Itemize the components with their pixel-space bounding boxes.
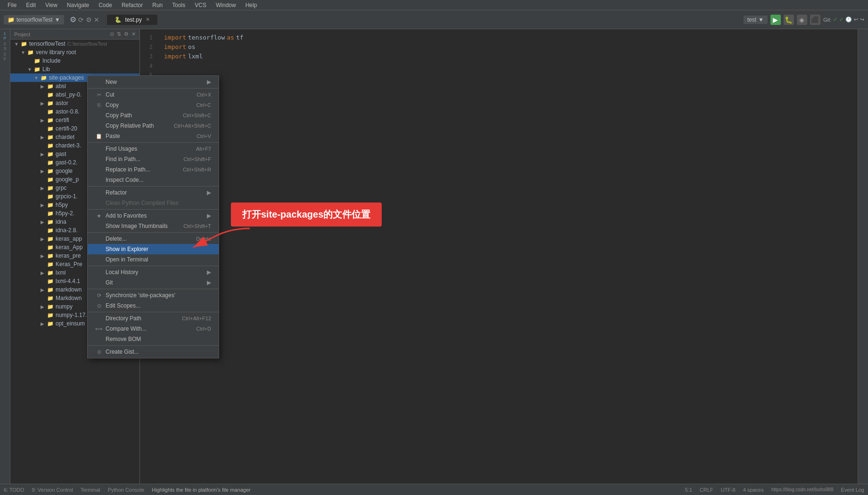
tree-venv[interactable]: ▼ 📁 venv library root: [10, 48, 139, 57]
run-controls: test ▼ ▶ 🐛 ◈ ⬛ Git: ✓ ✓ 🕐 ↩ ↪: [744, 15, 864, 25]
code-line-3: import lxml: [164, 52, 850, 61]
menu-run[interactable]: Run: [148, 1, 166, 9]
editor-tab-testpy[interactable]: 🐍 test.py ✕: [107, 15, 157, 25]
include-label: Include: [42, 57, 61, 64]
submenu-arrow-new: ▶: [207, 79, 211, 85]
ctx-copy-path[interactable]: Copy Path Ctrl+Shift+C: [88, 110, 219, 121]
code-line-5: [164, 71, 850, 80]
tree-include[interactable]: 📁 Include: [10, 57, 139, 65]
menu-navigate[interactable]: Navigate: [63, 1, 93, 9]
tab-close[interactable]: ✕: [146, 16, 150, 23]
run-button[interactable]: ▶: [770, 15, 781, 25]
ctx-cut[interactable]: ✂ Cut Ctrl+X: [88, 89, 219, 100]
python-console-label[interactable]: Python Console: [108, 487, 145, 493]
ctx-paste[interactable]: 📋 Paste Ctrl+V: [88, 131, 219, 141]
tree-lib[interactable]: ▼ 📁 Lib: [10, 65, 139, 73]
menu-view[interactable]: View: [41, 1, 61, 9]
tab-bar: 🐍 test.py ✕: [107, 15, 157, 25]
dir-shortcut: Ctrl+Alt+F12: [182, 316, 211, 321]
git-label: Git:: [823, 17, 831, 23]
tab-filename: test.py: [125, 16, 142, 23]
panel-close-icon[interactable]: ✕: [131, 31, 136, 37]
panel-settings-icon[interactable]: ⚙: [124, 31, 129, 37]
menu-vcs[interactable]: VCS: [191, 1, 210, 9]
run-config[interactable]: test ▼: [744, 16, 768, 24]
ctx-delete[interactable]: Delete... Delete: [88, 234, 219, 244]
ctx-gist-label: Create Gist...: [106, 349, 139, 355]
folder-icon: 📁: [8, 16, 15, 23]
git-redo-icon[interactable]: ↪: [860, 16, 864, 23]
separator-1: [88, 88, 219, 89]
ctx-remove-bom[interactable]: Remove BOM: [88, 334, 219, 344]
project-label: tensorflowTest: [16, 16, 53, 23]
terminal-label[interactable]: Terminal: [81, 487, 100, 493]
ctx-local-history[interactable]: Local History ▶: [88, 267, 219, 277]
coverage-button[interactable]: ◈: [797, 15, 807, 25]
paste-icon: 📋: [95, 133, 103, 139]
stop-button[interactable]: ⬛: [810, 15, 820, 25]
ctx-favorites-label: Add to Favorites: [106, 212, 147, 219]
menu-refactor[interactable]: Refactor: [118, 1, 147, 9]
menu-file[interactable]: File: [4, 1, 20, 9]
favorites-icon: ★: [95, 213, 103, 219]
ctx-inspect[interactable]: Inspect Code...: [88, 175, 219, 185]
ctx-new[interactable]: New ▶: [88, 77, 219, 87]
menu-edit[interactable]: Edit: [22, 1, 40, 9]
menu-code[interactable]: Code: [95, 1, 116, 9]
locate-icon[interactable]: ⊙: [110, 31, 114, 37]
git-history-icon[interactable]: 🕐: [845, 16, 852, 23]
ctx-add-favorites[interactable]: ★ Add to Favorites ▶: [88, 211, 219, 221]
ctx-git[interactable]: Git ▶: [88, 277, 219, 288]
git-undo-icon[interactable]: ↩: [854, 16, 858, 23]
ctx-show-thumbnails[interactable]: Show Image Thumbnails Ctrl+Shift+T: [88, 221, 219, 231]
ctx-show-explorer[interactable]: Show in Explorer: [88, 244, 219, 254]
ctx-compare-label: Compare With...: [106, 325, 147, 332]
ctx-open-terminal[interactable]: Open in Terminal: [88, 254, 219, 265]
ctx-copy-rel-label: Copy Relative Path: [106, 122, 154, 129]
menu-tools[interactable]: Tools: [168, 1, 189, 9]
expand-icon[interactable]: ⇅: [117, 31, 121, 37]
tree-root[interactable]: ▼ 📁 tensorflowTest C:\tensorflowTest: [10, 40, 139, 48]
debug-button[interactable]: 🐛: [784, 15, 794, 25]
close-icon[interactable]: ✕: [94, 16, 99, 24]
project-icon[interactable]: 1P: [0, 31, 10, 41]
ctx-create-gist[interactable]: ⊙ Create Gist...: [88, 347, 219, 357]
separator-9: [88, 345, 219, 346]
spaces: 4 spaces: [743, 487, 764, 493]
ctx-synchronize[interactable]: ⟳ Synchronize 'site-packages': [88, 290, 219, 300]
ctx-edit-scopes[interactable]: ⊙ Edit Scopes...: [88, 300, 219, 311]
ctx-refactor[interactable]: Refactor ▶: [88, 187, 219, 198]
menu-bar: File Edit View Navigate Code Refactor Ru…: [0, 0, 868, 10]
cut-icon: ✂: [95, 92, 103, 98]
ctx-directory-path[interactable]: Directory Path Ctrl+Alt+F12: [88, 313, 219, 324]
ctx-replace[interactable]: Replace in Path... Ctrl+Shift+R: [88, 164, 219, 175]
ctx-explorer-label: Show in Explorer: [106, 246, 148, 252]
settings-icon[interactable]: ⚙: [70, 15, 76, 24]
venv-label: venv library root: [36, 49, 76, 56]
find-path-shortcut: Ctrl+Shift+F: [183, 156, 211, 162]
event-log[interactable]: Event Log: [841, 487, 864, 493]
ctx-copy-relative-path[interactable]: Copy Relative Path Ctrl+Alt+Shift+C: [88, 121, 219, 131]
vc-label[interactable]: 9: Version Control: [32, 487, 73, 493]
todo-label[interactable]: 6: TODO: [4, 487, 25, 493]
separator-2: [88, 142, 219, 143]
project-badge[interactable]: 📁 tensorflowTest ▼: [4, 15, 64, 24]
compare-icon: ⟺: [95, 326, 103, 332]
code-area[interactable]: import tensorflow as tf import os import…: [156, 29, 858, 471]
ctx-inspect-label: Inspect Code...: [106, 177, 144, 183]
favorites-icon[interactable]: 2F: [0, 52, 10, 61]
ctx-find-path-label: Find in Path...: [106, 156, 140, 162]
encoding: UTF-8: [721, 487, 736, 493]
sync-icon[interactable]: ⟳: [78, 16, 84, 24]
git-check-icon: ✓: [833, 16, 837, 23]
ctx-compare[interactable]: ⟺ Compare With... Ctrl+D: [88, 324, 219, 334]
gear2-icon[interactable]: ⚙: [86, 16, 92, 24]
ctx-find-usages[interactable]: Find Usages Alt+F7: [88, 144, 219, 154]
structure-icon[interactable]: 2S: [0, 41, 10, 51]
separator-4: [88, 209, 219, 210]
ctx-find-in-path[interactable]: Find in Path... Ctrl+Shift+F: [88, 154, 219, 164]
menu-window[interactable]: Window: [212, 1, 240, 9]
menu-help[interactable]: Help: [242, 1, 261, 9]
ctx-copy[interactable]: ⎘ Copy Ctrl+C: [88, 100, 219, 110]
ctx-sync-label: Synchronize 'site-packages': [106, 292, 175, 299]
